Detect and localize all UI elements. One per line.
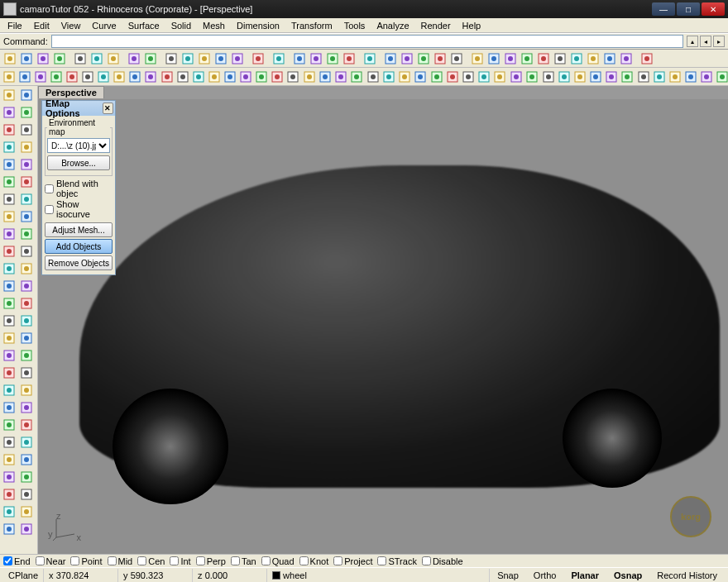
cap-icon[interactable]: [349, 69, 364, 84]
curve-icon[interactable]: [18, 156, 35, 173]
paste-icon[interactable]: [105, 50, 121, 66]
menu-surface[interactable]: Surface: [122, 19, 165, 32]
status-ortho[interactable]: Ortho: [526, 569, 564, 581]
emap-isocurve-checkbox[interactable]: Show isocurve: [45, 199, 113, 219]
dup-icon[interactable]: [18, 312, 35, 329]
lock-icon[interactable]: [324, 50, 340, 66]
split-icon[interactable]: [18, 503, 35, 520]
osnap-point[interactable]: Point: [70, 556, 102, 566]
cyl-icon[interactable]: [33, 69, 48, 84]
viewport-title[interactable]: Perspective: [38, 86, 104, 98]
twist-icon[interactable]: [18, 451, 35, 468]
network-icon[interactable]: [285, 69, 300, 84]
section-icon[interactable]: [1, 295, 17, 312]
osnap-mid[interactable]: Mid: [108, 556, 133, 566]
control-pt-icon[interactable]: [18, 347, 35, 364]
emap-browse-button[interactable]: Browse...: [47, 155, 110, 170]
ellipsoid-icon[interactable]: [127, 69, 142, 84]
rotate-icon[interactable]: [572, 69, 587, 84]
open-icon[interactable]: [18, 50, 34, 66]
trim-icon[interactable]: [1, 521, 17, 537]
emap-file-select[interactable]: D:...\z (10).jpg: [47, 138, 110, 153]
check-icon[interactable]: [715, 69, 728, 84]
insert-pt-icon[interactable]: [1, 365, 17, 381]
fair-icon[interactable]: [18, 330, 35, 346]
close-button[interactable]: ✕: [702, 2, 725, 16]
array-icon[interactable]: [541, 69, 556, 84]
menu-solid[interactable]: Solid: [165, 19, 197, 32]
undo-icon[interactable]: [126, 50, 141, 66]
rect-icon[interactable]: [568, 50, 584, 66]
menu-analyze[interactable]: Analyze: [371, 19, 414, 32]
spiral-icon[interactable]: [18, 191, 35, 208]
status-snap[interactable]: Snap: [490, 569, 526, 581]
menu-view[interactable]: View: [55, 19, 87, 32]
taper-icon[interactable]: [1, 469, 17, 485]
menu-edit[interactable]: Edit: [28, 19, 55, 32]
circle-icon[interactable]: [585, 50, 601, 66]
interp-icon[interactable]: [1, 174, 17, 190]
redo-icon[interactable]: [142, 50, 158, 66]
fillet-icon[interactable]: [18, 208, 35, 225]
emap-blend-checkbox[interactable]: Blend with objec: [45, 179, 113, 198]
osnap-near[interactable]: Near: [36, 556, 66, 566]
command-input[interactable]: [51, 35, 683, 48]
patch-icon[interactable]: [270, 69, 285, 84]
sketch-icon[interactable]: [18, 174, 35, 190]
unlock-icon[interactable]: [341, 50, 357, 66]
bend-icon[interactable]: [1, 451, 17, 468]
sphere-icon[interactable]: [17, 69, 32, 84]
pipe-icon[interactable]: [80, 69, 95, 84]
tube-icon[interactable]: [96, 69, 111, 84]
simplify-icon[interactable]: [1, 399, 17, 416]
offset-icon[interactable]: [18, 226, 35, 242]
offset-icon[interactable]: [302, 69, 317, 84]
copy-icon[interactable]: [89, 50, 104, 66]
status-planar[interactable]: Planar: [563, 569, 606, 581]
blend-icon[interactable]: [1, 243, 17, 260]
cmd-right-icon[interactable]: ▸: [713, 36, 725, 47]
move-icon[interactable]: [604, 69, 619, 84]
pan-icon[interactable]: [163, 50, 179, 66]
status-layer[interactable]: wheel: [267, 569, 490, 582]
project-icon[interactable]: [1, 260, 17, 277]
osnap-cen[interactable]: Cen: [137, 556, 165, 566]
join-icon[interactable]: [445, 69, 460, 84]
blend-icon[interactable]: [254, 69, 269, 84]
extend-icon[interactable]: [1, 208, 17, 225]
trim-icon[interactable]: [461, 69, 476, 84]
osnap-strack[interactable]: STrack: [377, 556, 416, 566]
osnap-project[interactable]: Project: [333, 556, 372, 566]
shade-icon[interactable]: [399, 50, 414, 66]
render-icon[interactable]: [382, 50, 398, 66]
status-cplane[interactable]: CPlane: [3, 569, 44, 582]
fillet-icon[interactable]: [318, 69, 333, 84]
pt2-icon[interactable]: [486, 50, 501, 66]
polyline-icon[interactable]: [18, 104, 35, 121]
stretch-icon[interactable]: [18, 469, 35, 485]
measure-icon[interactable]: [652, 69, 667, 84]
arc-icon[interactable]: [601, 50, 617, 66]
rot-icon[interactable]: [180, 50, 195, 66]
arc-icon[interactable]: [18, 139, 35, 155]
layer-icon[interactable]: [271, 50, 286, 66]
kink-icon[interactable]: [1, 382, 17, 398]
osnap-tan[interactable]: Tan: [231, 556, 256, 566]
osnap-int[interactable]: Int: [170, 556, 190, 566]
sweep1-icon[interactable]: [191, 69, 206, 84]
ungroup-icon[interactable]: [524, 69, 539, 84]
extend-icon[interactable]: [492, 69, 507, 84]
points-icon[interactable]: [18, 87, 35, 103]
handlebar-icon[interactable]: [18, 382, 35, 398]
osnap-quad[interactable]: Quad: [261, 556, 295, 566]
remove-pt-icon[interactable]: [18, 365, 35, 381]
pull-icon[interactable]: [18, 260, 35, 277]
menu-tools[interactable]: Tools: [338, 19, 371, 32]
osnap-knot[interactable]: Knot: [299, 556, 329, 566]
poly-icon[interactable]: [552, 50, 568, 66]
boolean-i-icon[interactable]: [397, 69, 412, 84]
emap-adjust-mesh-button[interactable]: Adjust Mesh...: [45, 222, 113, 237]
menu-transform[interactable]: Transform: [285, 19, 338, 32]
line-icon[interactable]: [535, 50, 551, 66]
options-icon[interactable]: [362, 50, 377, 66]
